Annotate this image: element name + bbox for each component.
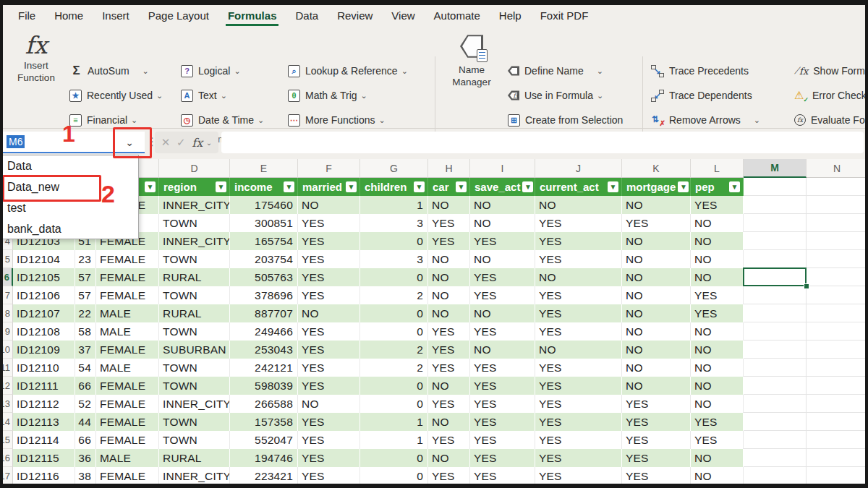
cell-current_act[interactable]: NO [535, 341, 622, 359]
cell-id[interactable]: ID12116 [13, 467, 75, 485]
cell-id[interactable]: ID12106 [13, 286, 75, 304]
cell-current_act[interactable]: YES [535, 449, 622, 467]
row-header-16[interactable]: 16 [0, 449, 13, 467]
table-header-current-act[interactable]: current_act▼ [535, 178, 622, 196]
selected-cell-M6[interactable] [743, 267, 807, 286]
cell-region[interactable]: SUBURBAN [159, 341, 230, 359]
cell-id[interactable]: ID12108 [13, 322, 75, 341]
cell-current_act[interactable]: NO [535, 268, 622, 286]
cell-current_act[interactable]: YES [535, 431, 622, 449]
menu-tab-view[interactable]: View [382, 5, 424, 26]
cell-income[interactable]: 552047 [230, 431, 298, 449]
row-header-17[interactable]: 17 [0, 467, 13, 485]
cell-car[interactable]: YES [428, 359, 470, 377]
column-header-H[interactable]: H [428, 159, 470, 178]
row-header-10[interactable]: 10 [0, 341, 13, 359]
cell-sex[interactable]: MALE [96, 359, 159, 377]
cell-children[interactable]: 0 [360, 322, 428, 341]
cell-region[interactable]: TOWN [159, 359, 230, 377]
cell-income[interactable]: 300851 [230, 214, 298, 232]
cell-mortgage[interactable]: NO [622, 196, 691, 214]
cell-age[interactable]: 58 [75, 322, 96, 341]
cell-car[interactable]: NO [428, 377, 470, 395]
insert-function-fx-icon[interactable]: fx [192, 136, 203, 150]
menu-tab-formulas[interactable]: Formulas [218, 5, 286, 26]
table-header-married[interactable]: married▼ [298, 178, 360, 196]
cell-children[interactable]: 3 [360, 250, 428, 268]
ribbon-button-autosum[interactable]: ΣAutoSum⌄ [69, 62, 149, 80]
cell-car[interactable]: NO [428, 250, 470, 268]
cell-sex[interactable]: FEMALE [96, 467, 159, 485]
cell-car[interactable]: YES [428, 467, 470, 485]
row-header-13[interactable]: 13 [0, 395, 13, 413]
cell-car[interactable]: YES [428, 322, 470, 341]
cell-children[interactable]: 0 [360, 377, 428, 395]
menu-tab-home[interactable]: Home [45, 5, 93, 26]
cell-region[interactable]: TOWN [159, 413, 230, 431]
cell-region[interactable]: INNER_CITY [159, 196, 230, 214]
cell-save_act[interactable]: NO [470, 304, 535, 322]
cell-sex[interactable]: FEMALE [96, 431, 159, 449]
column-header-G[interactable]: G [360, 159, 428, 178]
cell-save_act[interactable]: NO [470, 196, 535, 214]
cell-car[interactable]: NO [428, 196, 470, 214]
empty-cell[interactable] [807, 232, 868, 250]
cell-region[interactable]: RURAL [159, 304, 230, 322]
cell-save_act[interactable]: YES [470, 467, 535, 485]
empty-cell[interactable] [807, 413, 868, 431]
cell-current_act[interactable]: YES [535, 214, 622, 232]
ribbon-button-logical[interactable]: ?Logical⌄ [181, 62, 241, 80]
ribbon-button-remove-arrows[interactable]: ⇅✗Remove Arrows⌄ [651, 111, 760, 129]
column-header-J[interactable]: J [535, 159, 622, 178]
table-header-mortgage[interactable]: mortgage▼ [622, 178, 691, 196]
empty-cell[interactable] [744, 377, 807, 395]
fill-handle[interactable] [804, 283, 809, 289]
cell-income[interactable]: 253043 [230, 341, 298, 359]
cell-married[interactable]: YES [298, 214, 360, 232]
cell-children[interactable]: 0 [360, 467, 428, 485]
ribbon-button-error-checking[interactable]: ⚠✓Error Checking [794, 87, 868, 104]
table-header-income[interactable]: income▼ [230, 178, 298, 196]
cell-age[interactable]: 37 [75, 341, 96, 359]
cell-car[interactable]: NO [428, 268, 470, 286]
cell-id[interactable]: ID12113 [13, 413, 75, 431]
ribbon-button-trace-dependents[interactable]: ↙Trace Dependents [651, 87, 752, 104]
cell-pep[interactable]: NO [691, 322, 744, 341]
cell-mortgage[interactable]: NO [622, 322, 691, 341]
cell-id[interactable]: ID12114 [13, 431, 75, 449]
cell-save_act[interactable]: YES [470, 431, 535, 449]
column-header-K[interactable]: K [622, 159, 691, 178]
menu-tab-file[interactable]: File [9, 5, 45, 26]
cell-married[interactable]: YES [298, 431, 360, 449]
dropdown-item-bank-data[interactable]: bank_data [1, 218, 138, 239]
cell-current_act[interactable]: YES [535, 359, 622, 377]
column-header-F[interactable]: F [298, 159, 360, 178]
empty-cell[interactable] [807, 341, 868, 359]
cancel-icon[interactable]: ✕ [161, 136, 171, 149]
cell-age[interactable]: 57 [75, 268, 96, 286]
cell-children[interactable]: 1 [360, 431, 428, 449]
empty-cell[interactable] [807, 178, 868, 196]
formula-input[interactable] [221, 132, 864, 153]
cell-id[interactable]: ID12111 [13, 377, 75, 395]
cell-pep[interactable]: NO [691, 467, 744, 485]
cell-mortgage[interactable]: NO [622, 232, 691, 250]
filter-dropdown-icon[interactable]: ▼ [608, 181, 618, 192]
cell-mortgage[interactable]: NO [622, 304, 691, 322]
cell-current_act[interactable]: YES [535, 232, 622, 250]
empty-cell[interactable] [744, 341, 807, 359]
cell-current_act[interactable]: YES [535, 395, 622, 413]
empty-cell[interactable] [744, 322, 807, 341]
cell-region[interactable]: TOWN [159, 286, 230, 304]
cell-region[interactable]: RURAL [159, 449, 230, 467]
cell-children[interactable]: 1 [360, 413, 428, 431]
cell-region[interactable]: TOWN [159, 431, 230, 449]
cell-pep[interactable]: NO [691, 395, 744, 413]
cell-car[interactable]: YES [428, 395, 470, 413]
empty-cell[interactable] [807, 395, 868, 413]
table-header-children[interactable]: children▼ [360, 178, 428, 196]
ribbon-button-math-trig[interactable]: θMath & Trig⌄ [288, 87, 367, 104]
empty-cell[interactable] [744, 449, 807, 467]
cell-income[interactable]: 598039 [230, 377, 298, 395]
cell-children[interactable]: 0 [360, 304, 428, 322]
